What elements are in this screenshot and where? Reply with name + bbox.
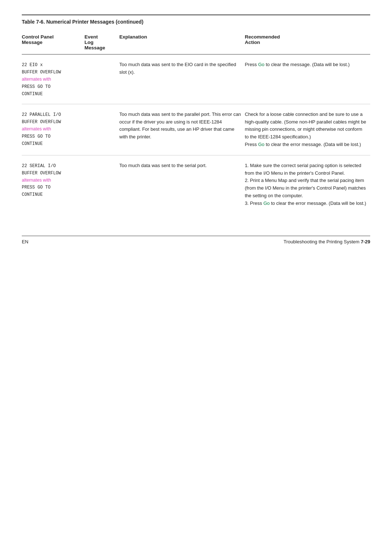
main-table: Control PanelMessage EventLogMessage Exp… — [22, 32, 370, 214]
alternates-with-text: alternates with — [22, 126, 51, 131]
control-panel-line: 22 PARALLEL I/O — [22, 112, 61, 117]
table-title: Table 7-6. Numerical Printer Messages (c… — [22, 15, 370, 28]
explanation-cell: Too much data was sent to the EIO card i… — [119, 54, 245, 104]
control-panel-cell: 22 SERIAL I/OBUFFER OVERFLOWalternates w… — [22, 155, 85, 214]
footer-right: Troubleshooting the Printing System 7-29 — [283, 239, 370, 244]
page-wrapper: Table 7-6. Numerical Printer Messages (c… — [22, 15, 370, 244]
col-header-control: Control PanelMessage — [22, 32, 85, 54]
go-link: Go — [264, 200, 270, 206]
explanation-cell: Too much data was sent to the serial por… — [119, 155, 245, 214]
control-panel-line: CONTINUE — [22, 141, 43, 146]
control-panel-line: PRESS GO TO — [22, 134, 50, 139]
control-panel-line: BUFFER OVERFLOW — [22, 119, 61, 125]
control-panel-line: 22 EIO x — [22, 62, 43, 68]
table-row: 22 EIO xBUFFER OVERFLOWalternates withPR… — [22, 54, 370, 104]
event-log-cell — [85, 155, 119, 214]
explanation-cell: Too much data was sent to the parallel p… — [119, 104, 245, 155]
control-panel-cell: 22 EIO xBUFFER OVERFLOWalternates withPR… — [22, 54, 85, 104]
col-header-event: EventLogMessage — [85, 32, 119, 54]
recommended-action-cell: Press Go to clear the message. (Data wil… — [245, 54, 370, 104]
control-panel-line: BUFFER OVERFLOW — [22, 70, 61, 75]
control-panel-line: PRESS GO TO — [22, 84, 50, 89]
footer-bar: EN Troubleshooting the Printing System 7… — [22, 236, 370, 244]
event-log-cell — [85, 54, 119, 104]
control-panel-line: 22 SERIAL I/O — [22, 163, 56, 169]
table-row: 22 PARALLEL I/OBUFFER OVERFLOWalternates… — [22, 104, 370, 155]
col-header-recommended: RecommendedAction — [245, 32, 370, 54]
recommended-action-cell: Check for a loose cable connection and b… — [245, 104, 370, 155]
col-header-explanation: Explanation — [119, 32, 245, 54]
control-panel-line: CONTINUE — [22, 92, 43, 97]
go-link: Go — [258, 142, 264, 147]
event-log-cell — [85, 104, 119, 155]
footer-left: EN — [22, 239, 28, 244]
control-panel-line: CONTINUE — [22, 192, 43, 197]
recommended-action-cell: 1. Make sure the correct serial pacing o… — [245, 155, 370, 214]
control-panel-line: PRESS GO TO — [22, 185, 50, 190]
control-panel-line: BUFFER OVERFLOW — [22, 171, 61, 176]
alternates-with-text: alternates with — [22, 77, 51, 82]
control-panel-cell: 22 PARALLEL I/OBUFFER OVERFLOWalternates… — [22, 104, 85, 155]
alternates-with-text: alternates with — [22, 178, 51, 183]
go-link: Go — [258, 62, 264, 67]
table-row: 22 SERIAL I/OBUFFER OVERFLOWalternates w… — [22, 155, 370, 214]
